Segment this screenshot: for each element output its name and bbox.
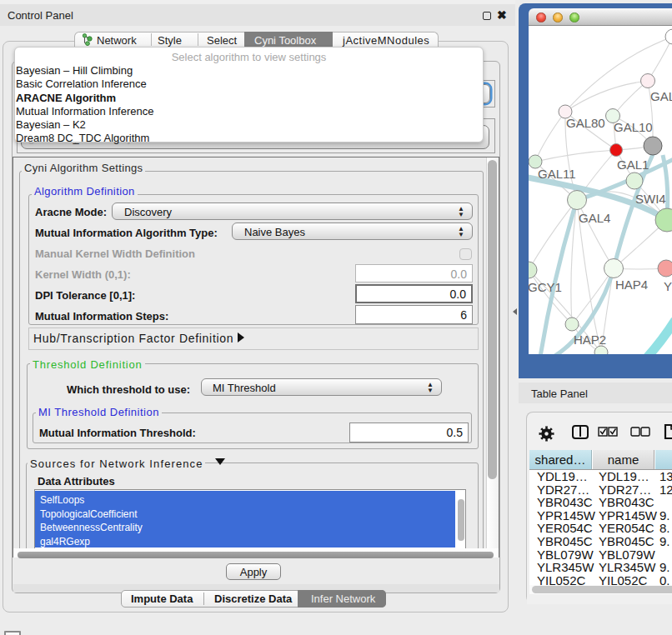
svg-text:GAL80: GAL80 — [566, 116, 605, 130]
svg-text:GAL4: GAL4 — [579, 211, 610, 225]
svg-text:HAP4: HAP4 — [615, 278, 648, 292]
svg-text:GCY1: GCY1 — [529, 280, 562, 294]
svg-text:HAP2: HAP2 — [574, 332, 606, 347]
svg-text:Y: Y — [664, 279, 672, 293]
svg-text:GAL1: GAL1 — [617, 158, 649, 172]
svg-text:SWI4: SWI4 — [635, 192, 666, 206]
svg-text:GAL7: GAL7 — [650, 89, 672, 103]
svg-text:GAL11: GAL11 — [538, 167, 576, 181]
svg-text:GAL10: GAL10 — [614, 120, 653, 134]
